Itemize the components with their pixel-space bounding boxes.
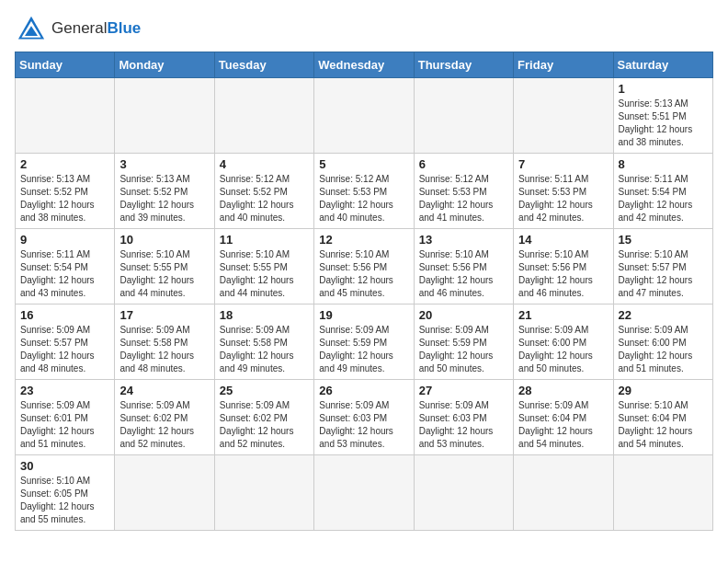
day-number: 17: [119, 308, 209, 322]
calendar-day-cell: 19Sunrise: 5:09 AM Sunset: 5:59 PM Dayli…: [314, 304, 414, 380]
day-info: Sunrise: 5:09 AM Sunset: 5:57 PM Dayligh…: [20, 324, 109, 375]
calendar-day-cell: [214, 78, 313, 154]
day-number: 19: [319, 308, 408, 322]
calendar-day-cell: 3Sunrise: 5:13 AM Sunset: 5:52 PM Daylig…: [115, 154, 214, 229]
calendar-day-cell: 23Sunrise: 5:09 AM Sunset: 6:01 PM Dayli…: [16, 380, 115, 455]
calendar-day-cell: 15Sunrise: 5:10 AM Sunset: 5:57 PM Dayli…: [613, 229, 712, 304]
calendar-day-cell: 18Sunrise: 5:09 AM Sunset: 5:58 PM Dayli…: [214, 304, 313, 380]
calendar-day-cell: 5Sunrise: 5:12 AM Sunset: 5:53 PM Daylig…: [314, 154, 414, 229]
day-number: 30: [20, 459, 109, 473]
calendar-day-cell: 17Sunrise: 5:09 AM Sunset: 5:58 PM Dayli…: [115, 304, 214, 380]
calendar-day-cell: 16Sunrise: 5:09 AM Sunset: 5:57 PM Dayli…: [16, 304, 115, 380]
day-number: 21: [518, 308, 608, 322]
calendar-table: SundayMondayTuesdayWednesdayThursdayFrid…: [15, 52, 713, 531]
calendar-day-cell: 14Sunrise: 5:10 AM Sunset: 5:56 PM Dayli…: [514, 229, 613, 304]
page-header: GeneralBlue: [15, 15, 713, 42]
calendar-day-cell: [414, 455, 513, 531]
day-number: 7: [518, 157, 608, 171]
day-number: 28: [518, 384, 608, 397]
calendar-week-row: 1Sunrise: 5:13 AM Sunset: 5:51 PM Daylig…: [16, 78, 713, 154]
calendar-weekday-header: Wednesday: [314, 52, 414, 78]
calendar-day-cell: [514, 78, 613, 154]
day-number: 27: [419, 384, 508, 397]
day-number: 6: [419, 157, 508, 171]
logo-text: GeneralBlue: [51, 19, 141, 38]
calendar-day-cell: 12Sunrise: 5:10 AM Sunset: 5:56 PM Dayli…: [314, 229, 414, 304]
day-number: 13: [419, 233, 508, 247]
day-info: Sunrise: 5:13 AM Sunset: 5:52 PM Dayligh…: [119, 173, 209, 224]
calendar-day-cell: 20Sunrise: 5:09 AM Sunset: 5:59 PM Dayli…: [414, 304, 513, 380]
calendar-weekday-header: Tuesday: [214, 52, 313, 78]
day-info: Sunrise: 5:09 AM Sunset: 6:00 PM Dayligh…: [518, 324, 608, 375]
calendar-day-cell: [613, 455, 712, 531]
day-number: 20: [419, 308, 508, 322]
calendar-day-cell: [214, 455, 313, 531]
day-number: 8: [619, 157, 708, 171]
day-number: 5: [319, 157, 408, 171]
day-info: Sunrise: 5:11 AM Sunset: 5:53 PM Dayligh…: [518, 173, 608, 224]
calendar-week-row: 23Sunrise: 5:09 AM Sunset: 6:01 PM Dayli…: [16, 380, 713, 455]
day-number: 22: [619, 308, 708, 322]
day-info: Sunrise: 5:09 AM Sunset: 5:59 PM Dayligh…: [419, 324, 508, 375]
calendar-day-cell: 26Sunrise: 5:09 AM Sunset: 6:03 PM Dayli…: [314, 380, 414, 455]
day-info: Sunrise: 5:09 AM Sunset: 6:04 PM Dayligh…: [518, 399, 608, 451]
day-info: Sunrise: 5:13 AM Sunset: 5:52 PM Dayligh…: [20, 173, 109, 224]
calendar-day-cell: 13Sunrise: 5:10 AM Sunset: 5:56 PM Dayli…: [414, 229, 513, 304]
day-info: Sunrise: 5:09 AM Sunset: 6:00 PM Dayligh…: [619, 324, 708, 375]
day-number: 23: [20, 384, 109, 397]
calendar-day-cell: 4Sunrise: 5:12 AM Sunset: 5:52 PM Daylig…: [214, 154, 313, 229]
calendar-day-cell: 1Sunrise: 5:13 AM Sunset: 5:51 PM Daylig…: [613, 78, 712, 154]
day-number: 12: [319, 233, 408, 247]
day-number: 9: [20, 233, 109, 247]
calendar-day-cell: [514, 455, 613, 531]
day-info: Sunrise: 5:10 AM Sunset: 5:55 PM Dayligh…: [119, 248, 209, 300]
day-number: 10: [119, 233, 209, 247]
calendar-week-row: 30Sunrise: 5:10 AM Sunset: 6:05 PM Dayli…: [16, 455, 713, 531]
day-number: 29: [619, 384, 708, 397]
calendar-day-cell: 8Sunrise: 5:11 AM Sunset: 5:54 PM Daylig…: [613, 154, 712, 229]
calendar-weekday-header: Saturday: [613, 52, 712, 78]
day-number: 1: [619, 82, 708, 96]
calendar-day-cell: 29Sunrise: 5:10 AM Sunset: 6:04 PM Dayli…: [613, 380, 712, 455]
calendar-day-cell: [314, 78, 414, 154]
day-info: Sunrise: 5:10 AM Sunset: 5:57 PM Dayligh…: [619, 248, 708, 300]
calendar-day-cell: [314, 455, 414, 531]
calendar-day-cell: 25Sunrise: 5:09 AM Sunset: 6:02 PM Dayli…: [214, 380, 313, 455]
day-info: Sunrise: 5:12 AM Sunset: 5:53 PM Dayligh…: [319, 173, 408, 224]
day-info: Sunrise: 5:10 AM Sunset: 5:56 PM Dayligh…: [518, 248, 608, 300]
calendar-day-cell: 21Sunrise: 5:09 AM Sunset: 6:00 PM Dayli…: [514, 304, 613, 380]
day-info: Sunrise: 5:10 AM Sunset: 6:04 PM Dayligh…: [619, 399, 708, 451]
day-info: Sunrise: 5:12 AM Sunset: 5:52 PM Dayligh…: [220, 173, 309, 224]
calendar-week-row: 16Sunrise: 5:09 AM Sunset: 5:57 PM Dayli…: [16, 304, 713, 380]
day-info: Sunrise: 5:09 AM Sunset: 6:03 PM Dayligh…: [419, 399, 508, 451]
day-number: 18: [220, 308, 309, 322]
calendar-day-cell: 2Sunrise: 5:13 AM Sunset: 5:52 PM Daylig…: [16, 154, 115, 229]
day-number: 2: [20, 157, 109, 171]
day-number: 16: [20, 308, 109, 322]
day-number: 25: [220, 384, 309, 397]
day-number: 14: [518, 233, 608, 247]
day-info: Sunrise: 5:12 AM Sunset: 5:53 PM Dayligh…: [419, 173, 508, 224]
calendar-day-cell: 11Sunrise: 5:10 AM Sunset: 5:55 PM Dayli…: [214, 229, 313, 304]
calendar-header-row: SundayMondayTuesdayWednesdayThursdayFrid…: [16, 52, 713, 78]
day-number: 4: [220, 157, 309, 171]
calendar-day-cell: 30Sunrise: 5:10 AM Sunset: 6:05 PM Dayli…: [16, 455, 115, 531]
day-info: Sunrise: 5:10 AM Sunset: 5:56 PM Dayligh…: [319, 248, 408, 300]
calendar-day-cell: 27Sunrise: 5:09 AM Sunset: 6:03 PM Dayli…: [414, 380, 513, 455]
day-info: Sunrise: 5:11 AM Sunset: 5:54 PM Dayligh…: [20, 248, 109, 300]
day-number: 11: [220, 233, 309, 247]
calendar-day-cell: [414, 78, 513, 154]
calendar-week-row: 2Sunrise: 5:13 AM Sunset: 5:52 PM Daylig…: [16, 154, 713, 229]
calendar-day-cell: [115, 455, 214, 531]
day-info: Sunrise: 5:09 AM Sunset: 6:01 PM Dayligh…: [20, 399, 109, 451]
day-info: Sunrise: 5:09 AM Sunset: 6:03 PM Dayligh…: [319, 399, 408, 451]
calendar-day-cell: 9Sunrise: 5:11 AM Sunset: 5:54 PM Daylig…: [16, 229, 115, 304]
calendar-day-cell: 28Sunrise: 5:09 AM Sunset: 6:04 PM Dayli…: [514, 380, 613, 455]
day-info: Sunrise: 5:09 AM Sunset: 6:02 PM Dayligh…: [119, 399, 209, 451]
day-info: Sunrise: 5:09 AM Sunset: 5:59 PM Dayligh…: [319, 324, 408, 375]
calendar-weekday-header: Monday: [115, 52, 214, 78]
calendar-day-cell: 7Sunrise: 5:11 AM Sunset: 5:53 PM Daylig…: [514, 154, 613, 229]
calendar-day-cell: 24Sunrise: 5:09 AM Sunset: 6:02 PM Dayli…: [115, 380, 214, 455]
day-info: Sunrise: 5:10 AM Sunset: 5:56 PM Dayligh…: [419, 248, 508, 300]
day-info: Sunrise: 5:10 AM Sunset: 5:55 PM Dayligh…: [220, 248, 309, 300]
